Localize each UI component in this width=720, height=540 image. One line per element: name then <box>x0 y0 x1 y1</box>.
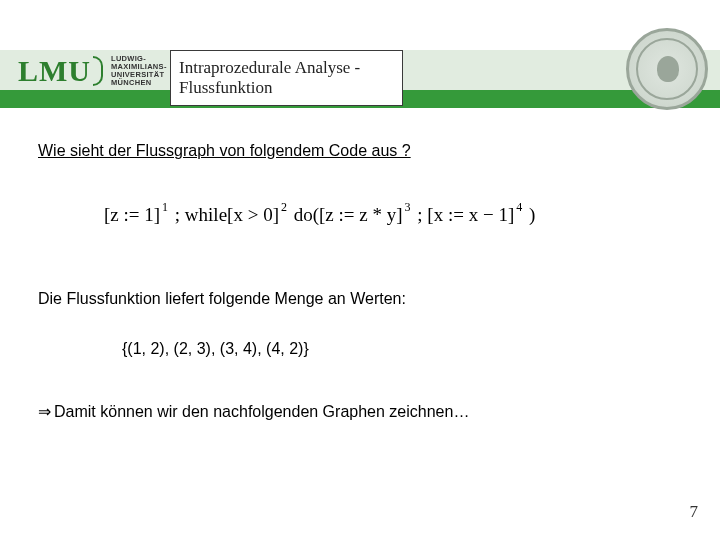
code-formula: [z := 1]1 ; while[x > 0]2 do([z := z * y… <box>104 204 682 240</box>
lmu-logo-arc-icon <box>93 56 103 86</box>
arrow-icon: ⇒ <box>38 403 51 420</box>
value-set: {(1, 2), (2, 3), (3, 4), (4, 2)} <box>122 340 682 358</box>
page-number: 7 <box>690 502 699 522</box>
conclusion-text: Damit können wir den nachfolgenden Graph… <box>54 403 469 420</box>
statement-line: Die Flussfunktion liefert folgende Menge… <box>38 290 682 308</box>
university-seal-icon <box>626 28 708 110</box>
conclusion-line: ⇒Damit können wir den nachfolgenden Grap… <box>38 402 682 421</box>
question-line: Wie sieht der Flussgraph von folgendem C… <box>38 142 682 160</box>
lmu-logo-text: LMU <box>18 54 91 88</box>
slide-body: Wie sieht der Flussgraph von folgendem C… <box>38 142 682 421</box>
lmu-logo-subtitle: LUDWIG- MAXIMILIANS- UNIVERSITÄT MÜNCHEN <box>111 55 167 87</box>
lmu-logo: LMU LUDWIG- MAXIMILIANS- UNIVERSITÄT MÜN… <box>18 54 167 88</box>
slide-title-text: Intraprozedurale Analyse - Flussfunktion <box>179 58 402 98</box>
slide-title: Intraprozedurale Analyse - Flussfunktion <box>170 50 403 106</box>
slide-header: LMU LUDWIG- MAXIMILIANS- UNIVERSITÄT MÜN… <box>0 0 720 108</box>
